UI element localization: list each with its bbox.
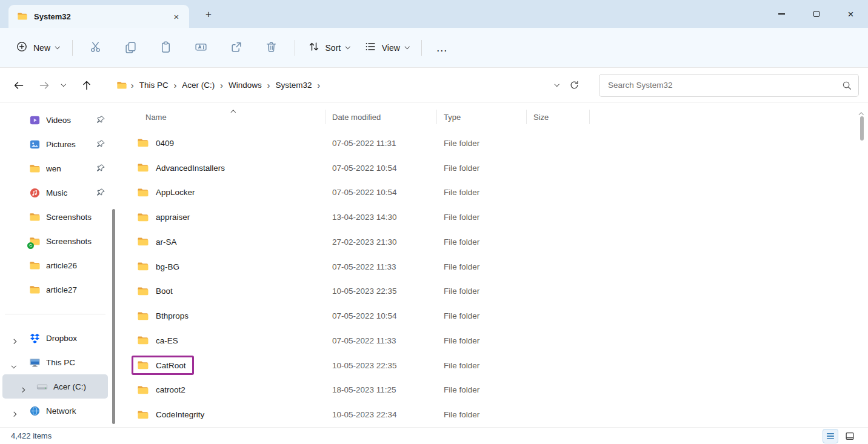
column-divider[interactable] <box>325 110 326 124</box>
file-name-cell[interactable]: bg-BG <box>132 257 187 276</box>
folder-icon <box>137 334 149 346</box>
file-name-cell[interactable]: AdvancedInstallers <box>132 158 233 177</box>
file-name-cell[interactable]: appraiser <box>132 208 198 227</box>
forward-button[interactable] <box>34 76 55 95</box>
new-button[interactable]: New <box>8 36 67 60</box>
column-header-date-modified[interactable]: Date modified <box>325 113 436 122</box>
sidebar-item[interactable]: Videos <box>2 108 108 132</box>
search-icon <box>841 80 852 91</box>
column-header-size[interactable]: Size <box>526 113 589 122</box>
breadcrumb-item[interactable]: System32 › <box>271 78 321 92</box>
file-date-modified: 13-04-2023 14:30 <box>325 213 436 222</box>
file-name-cell[interactable]: Boot <box>132 282 181 301</box>
file-name-cell[interactable]: CodeIntegrity <box>132 405 212 425</box>
search-input[interactable] <box>606 81 841 90</box>
tab-close-icon[interactable]: × <box>169 8 184 24</box>
file-name: AppLocker <box>156 188 195 197</box>
copy-icon <box>124 41 137 55</box>
column-divider[interactable] <box>526 110 527 124</box>
sidebar-item[interactable]: Acer (C:) <box>2 374 108 399</box>
paste-button[interactable] <box>153 36 179 60</box>
recent-locations-button[interactable] <box>57 76 70 95</box>
chevron-icon[interactable] <box>12 360 16 369</box>
navigation-bar: › This PC › Acer (C:) › Windows › System… <box>0 68 868 103</box>
share-button[interactable] <box>223 36 250 60</box>
details-view-button[interactable] <box>823 429 838 443</box>
delete-button[interactable] <box>258 36 285 60</box>
sidebar-item[interactable]: Dropbox <box>2 326 108 350</box>
sidebar-item[interactable]: This PC <box>2 350 108 374</box>
sidebar-item[interactable]: Screenshots <box>2 205 108 229</box>
chevron-icon[interactable] <box>21 384 24 393</box>
file-row[interactable]: AdvancedInstallers 07-05-2022 10:54 File… <box>121 156 856 181</box>
folder-icon <box>137 310 149 322</box>
chevron-icon[interactable] <box>12 336 16 345</box>
sidebar-item[interactable]: Screenshots <box>2 229 108 253</box>
file-date-modified: 18-05-2023 11:25 <box>325 385 436 394</box>
close-button[interactable]: × <box>833 0 868 28</box>
breadcrumb-item[interactable]: Windows › <box>224 78 271 92</box>
file-row[interactable]: ca-ES 07-05-2022 11:33 File folder <box>121 328 856 353</box>
file-name-cell[interactable]: ca-ES <box>132 331 186 350</box>
breadcrumb-item[interactable]: This PC › <box>135 78 178 92</box>
pin-icon <box>96 115 105 125</box>
breadcrumb[interactable]: › This PC › Acer (C:) › Windows › System… <box>107 74 590 97</box>
sidebar-item[interactable]: wen <box>2 156 108 181</box>
scrollbar-thumb[interactable] <box>860 116 864 141</box>
explorer-tab[interactable]: System32 × <box>8 5 189 28</box>
file-row[interactable]: bg-BG 07-05-2022 11:33 File folder <box>121 254 856 279</box>
column-divider[interactable] <box>436 110 437 124</box>
file-type: File folder <box>436 311 526 320</box>
back-button[interactable] <box>8 76 29 95</box>
breadcrumb-separator-icon: › <box>266 81 272 90</box>
view-button[interactable]: View <box>357 36 416 60</box>
network-icon <box>29 405 41 417</box>
sidebar-item[interactable]: Pictures <box>2 132 108 156</box>
address-dropdown-button[interactable] <box>549 84 565 86</box>
vertical-scrollbar[interactable] <box>856 103 868 427</box>
file-row[interactable]: catroot2 18-05-2023 11:25 File folder <box>121 378 856 403</box>
file-name-cell[interactable]: catroot2 <box>132 380 193 400</box>
file-row[interactable]: 0409 07-05-2022 11:31 File folder <box>121 131 856 156</box>
folder-icon <box>137 211 149 224</box>
new-tab-button[interactable]: + <box>200 7 217 22</box>
sort-button[interactable]: Sort <box>301 36 357 60</box>
chevron-icon[interactable] <box>12 408 16 417</box>
maximize-button[interactable] <box>799 0 833 28</box>
file-name-cell[interactable]: ar-SA <box>132 232 185 251</box>
file-date-modified: 07-05-2022 10:54 <box>325 188 436 197</box>
file-row[interactable]: appraiser 13-04-2023 14:30 File folder <box>121 205 856 230</box>
refresh-button[interactable] <box>565 76 583 94</box>
breadcrumb-item[interactable]: Acer (C:) › <box>178 78 224 92</box>
titlebar: System32 × + × <box>0 0 868 28</box>
large-icons-view-button[interactable] <box>843 429 857 443</box>
file-row[interactable]: CatRoot 10-05-2023 22:35 File folder <box>121 353 856 378</box>
sidebar-item[interactable]: Network <box>2 399 108 423</box>
minimize-button[interactable] <box>764 0 799 28</box>
folder-icon <box>137 260 149 273</box>
cut-button[interactable] <box>82 36 109 60</box>
file-row[interactable]: CodeIntegrity 10-05-2023 22:34 File fold… <box>121 402 856 427</box>
file-name-cell[interactable]: 0409 <box>132 133 182 153</box>
sidebar-scrollbar-thumb[interactable] <box>112 209 115 424</box>
file-date-modified: 07-05-2022 11:33 <box>325 336 436 345</box>
sidebar-item[interactable]: Music <box>2 181 108 205</box>
copy-button[interactable] <box>118 36 144 60</box>
pin-icon <box>96 188 105 197</box>
sidebar-item[interactable]: article26 <box>2 253 108 277</box>
column-header-type[interactable]: Type <box>436 113 526 122</box>
column-header-name[interactable]: Name <box>121 113 325 122</box>
folder-sync-icon <box>29 236 41 247</box>
sidebar-item[interactable]: article27 <box>2 277 108 302</box>
file-row[interactable]: Boot 10-05-2023 22:35 File folder <box>121 279 856 304</box>
up-button[interactable] <box>76 76 97 95</box>
file-row[interactable]: ar-SA 27-02-2023 21:30 File folder <box>121 230 856 254</box>
file-name-cell[interactable]: Bthprops <box>132 306 196 326</box>
file-row[interactable]: Bthprops 07-05-2022 10:54 File folder <box>121 303 856 328</box>
file-name-cell[interactable]: CatRoot <box>132 356 194 375</box>
file-name-cell[interactable]: AppLocker <box>132 183 203 202</box>
column-divider[interactable] <box>589 110 590 124</box>
more-options-button[interactable]: … <box>427 36 456 60</box>
rename-button[interactable] <box>188 36 215 60</box>
file-row[interactable]: AppLocker 07-05-2022 10:54 File folder <box>121 181 856 205</box>
